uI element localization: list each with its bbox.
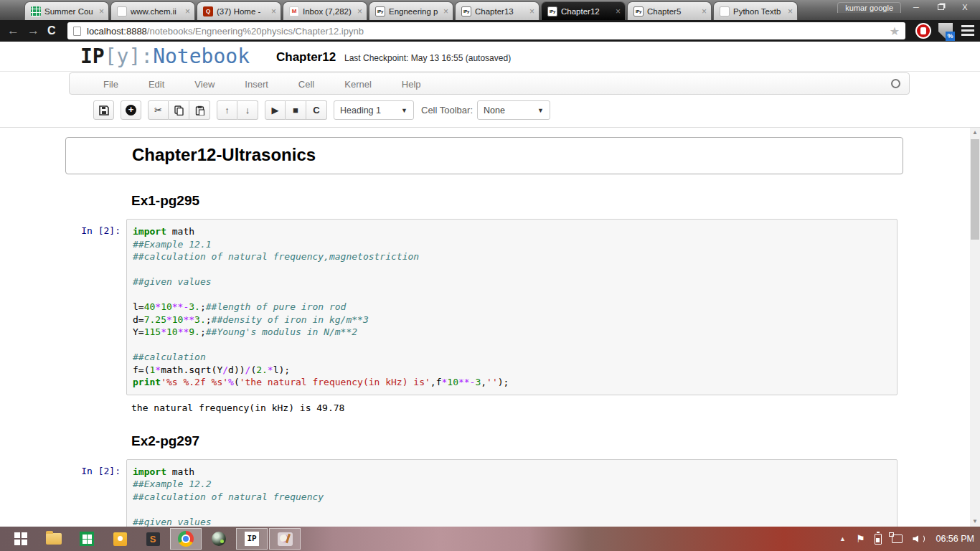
screen: Summer Cou×www.chem.ii×Q(37) Home -×MInb…: [0, 0, 980, 551]
close-button[interactable]: X: [953, 0, 977, 14]
profile-name-plate[interactable]: kumar google: [837, 2, 901, 13]
move-cell-up-button[interactable]: ↑: [217, 100, 237, 120]
tab-strip: Summer Cou×www.chem.ii×Q(37) Home -×MInb…: [24, 1, 799, 20]
show-hidden-icons-icon[interactable]: ▲: [839, 535, 846, 542]
scrollbar-thumb[interactable]: [971, 139, 979, 240]
cell-toolbar-select[interactable]: None ▼: [477, 100, 550, 120]
tab-close-icon[interactable]: ×: [529, 6, 534, 17]
logo-y: [y]:: [105, 44, 153, 68]
windows-logo-icon: [14, 532, 27, 545]
paste-icon: [195, 105, 204, 116]
code-line: f=(1*math.sqrt(Y/d))/(2.*l);: [133, 364, 891, 377]
browser-tab-chapter12[interactable]: IPyChapter12×: [541, 1, 626, 20]
menu-cell[interactable]: Cell: [283, 79, 329, 90]
tab-close-icon[interactable]: ×: [185, 6, 190, 17]
browser-tab-python-textb[interactable]: Python Textb×: [713, 1, 798, 20]
tab-close-icon[interactable]: ×: [616, 6, 621, 17]
taskbar-item-chrome[interactable]: [170, 528, 202, 550]
taskbar-item-ipython[interactable]: IP: [236, 528, 268, 550]
taskbar-item-paint[interactable]: [269, 528, 301, 550]
logo-ip: IP: [80, 44, 105, 68]
code-input-area[interactable]: import math##Example 12.1##calculation o…: [126, 219, 897, 395]
code-line: ##calculation of natural frequency: [133, 491, 891, 504]
browser-tab-www-chem-ii[interactable]: www.chem.ii×: [110, 1, 195, 20]
taskbar-item-store[interactable]: [71, 528, 103, 550]
reload-icon[interactable]: C: [47, 20, 56, 42]
menu-bar: FileEditViewInsertCellKernelHelp: [69, 72, 910, 95]
tab-label: Chapter12: [561, 7, 613, 16]
menu-kernel[interactable]: Kernel: [329, 79, 387, 90]
notebook-title[interactable]: Chapter12: [276, 50, 336, 65]
maximize-button[interactable]: [928, 0, 953, 14]
save-button[interactable]: [93, 100, 114, 120]
url-input[interactable]: localhost:8888/notebooks/Engneering%20ph…: [67, 22, 905, 39]
heading2-cell[interactable]: Ex2-pg297: [131, 433, 903, 449]
cell-type-value: Heading 1: [340, 105, 381, 116]
menu-view[interactable]: View: [179, 79, 230, 90]
taskbar-clock[interactable]: 06:56 PM: [936, 534, 974, 544]
ipython-logo[interactable]: IP[y]:Notebook: [80, 44, 250, 68]
menu-items: FileEditViewInsertCellKernelHelp: [88, 77, 436, 90]
action-center-flag-icon[interactable]: ⚑: [856, 533, 865, 545]
menu-edit[interactable]: Edit: [133, 79, 179, 90]
taskbar-item-sphere-app[interactable]: [203, 528, 235, 550]
scissors-icon: ✂: [154, 105, 162, 116]
adblock-extension-icon[interactable]: [915, 23, 931, 39]
scrollbar[interactable]: ▲ ▼: [970, 128, 980, 527]
code-line: print'%s %.2f %s'%('the natural frequenc…: [133, 376, 891, 389]
tab-close-icon[interactable]: ×: [271, 6, 276, 17]
browser-menu-icon[interactable]: [961, 25, 974, 37]
browser-tab-engneering-p[interactable]: IPyEngneering p×: [369, 1, 453, 20]
code-line: ##calculation: [133, 351, 891, 364]
cut-cell-button[interactable]: ✂: [148, 100, 169, 120]
code-cell: In [2]:import math##Example 12.1##calcul…: [65, 219, 903, 395]
browser-tab-chapter5[interactable]: IPyChapter5×: [627, 1, 712, 20]
code-input-area[interactable]: import math##Example 12.2##calculation o…: [126, 459, 897, 527]
minimize-button[interactable]: ─: [904, 0, 928, 14]
volume-icon[interactable]: [913, 534, 924, 543]
sheets-favicon-icon: [31, 6, 41, 17]
taskbar-item-sticky-notes[interactable]: [104, 528, 136, 550]
menu-insert[interactable]: Insert: [230, 79, 283, 90]
browser-tab-chapter13[interactable]: IPyChapter13×: [455, 1, 540, 20]
scroll-down-icon[interactable]: ▼: [970, 517, 980, 527]
scroll-up-icon[interactable]: ▲: [970, 128, 980, 138]
tab-close-icon[interactable]: ×: [788, 6, 793, 17]
cell-type-select[interactable]: Heading 1 ▼: [334, 100, 414, 120]
menu-file[interactable]: File: [88, 79, 133, 90]
tab-close-icon[interactable]: ×: [357, 6, 362, 17]
taskbar-item-sublime[interactable]: S: [137, 528, 169, 550]
url-host: localhost:8888: [87, 26, 147, 37]
code-line: ##Example 12.1: [133, 238, 891, 251]
heading1-text: Chapter12-Ultrasonics: [132, 145, 903, 165]
copy-cell-button[interactable]: [169, 100, 189, 120]
stop-icon: ■: [293, 105, 298, 116]
bookmark-star-icon[interactable]: ★: [890, 24, 900, 38]
move-cell-down-button[interactable]: ↓: [237, 100, 258, 120]
interrupt-kernel-button[interactable]: ■: [286, 100, 306, 120]
menu-help[interactable]: Help: [387, 79, 436, 90]
network-icon[interactable]: [892, 534, 903, 543]
code-line: ##given values: [133, 516, 891, 527]
heading2-cell[interactable]: Ex1-pg295: [131, 193, 903, 209]
browser-tab--37-home-[interactable]: Q(37) Home -×: [197, 1, 281, 20]
forward-icon[interactable]: →: [27, 20, 39, 42]
taskbar-item-explorer[interactable]: [38, 528, 70, 550]
tab-label: www.chem.ii: [131, 7, 183, 16]
tab-close-icon[interactable]: ×: [443, 6, 448, 17]
folder-icon: [46, 533, 62, 545]
restart-kernel-button[interactable]: C: [306, 100, 327, 120]
browser-tab-inbox-7-282-[interactable]: MInbox (7,282)×: [283, 1, 367, 20]
insert-cell-button[interactable]: +: [121, 100, 141, 120]
browser-tab-summer-cou[interactable]: Summer Cou×: [24, 1, 109, 20]
tab-close-icon[interactable]: ×: [99, 6, 104, 17]
back-icon[interactable]: ←: [7, 20, 19, 42]
notebook-header: IP[y]:Notebook Chapter12 Last Checkpoint…: [0, 42, 980, 72]
start-button[interactable]: [5, 528, 37, 550]
tab-close-icon[interactable]: ×: [702, 6, 707, 17]
kernel-indicator-icon: [891, 79, 900, 88]
run-cell-button[interactable]: ▶: [265, 100, 286, 120]
paste-cell-button[interactable]: [189, 100, 210, 120]
battery-icon[interactable]: [875, 534, 882, 545]
selected-heading-cell[interactable]: Chapter12-Ultrasonics: [65, 137, 903, 174]
